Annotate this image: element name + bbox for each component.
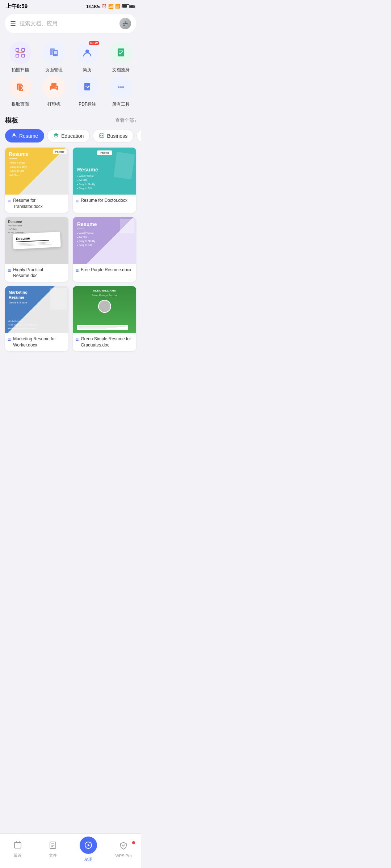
search-bar[interactable]: ☰ 搜索文档、应用 💤 — [5, 14, 136, 33]
alltools-icon-circle — [110, 76, 132, 98]
template-card-3[interactable]: Resume Resume • Word Format• AA Size• Ea… — [5, 217, 68, 282]
slim-label: 文档瘦身 — [112, 67, 130, 73]
tab-resume[interactable]: Resume — [5, 129, 44, 142]
tool-extract[interactable]: 提取页面 — [5, 76, 36, 107]
avatar-icon: 💤 — [122, 21, 129, 26]
svg-rect-32 — [102, 135, 103, 136]
thumb-1: Resume • Word Format• Easy to Modify• Ea… — [5, 148, 68, 195]
slim-icon-circle — [110, 42, 132, 64]
thumb-3: Resume Resume • Word Format• AA Size• Ea… — [5, 217, 68, 264]
tool-slim[interactable]: 文档瘦身 — [106, 42, 136, 73]
status-time: 上午8:59 — [6, 3, 28, 10]
template-card-6[interactable]: ALEX WILLIAMS Senior Manager Account ≡ G… — [73, 286, 136, 351]
thumb-5: MarketingResume Gentle & Simple • Fully … — [5, 286, 68, 333]
thumb-4: Resume • Word Format• AA Size• Easy to M… — [73, 217, 136, 264]
doc-icon-3: ≡ — [8, 267, 11, 275]
network-speed: 18.1K/s — [86, 4, 100, 9]
battery-level: 65 — [131, 4, 135, 9]
template-name-2: ≡ Resume for Doctor.docx — [73, 195, 136, 208]
svg-point-24 — [120, 86, 122, 88]
chevron-right-icon: › — [135, 118, 136, 123]
svg-rect-2 — [16, 54, 19, 57]
status-right: 18.1K/s ⏰ 📶 📶 65 — [86, 4, 135, 9]
doc-icon-1: ≡ — [8, 198, 11, 205]
template-name-3: ≡ Highly Practical Resume.doc — [5, 264, 68, 282]
template-card-2[interactable]: Palette Resume • Word Format• AA Size• E… — [73, 148, 136, 213]
tools-grid: 拍照扫描 页面管理 NEW 简历 — [0, 39, 141, 113]
thumb-6: ALEX WILLIAMS Senior Manager Account — [73, 286, 136, 333]
education-tab-icon — [53, 132, 59, 139]
search-placeholder[interactable]: 搜索文档、应用 — [20, 20, 116, 27]
avatar[interactable]: 💤 — [119, 18, 131, 29]
template-tabs: Resume Education Business — [0, 129, 141, 148]
signal-icon: 📶 — [108, 4, 114, 9]
resume-icon-circle: NEW — [76, 42, 98, 64]
print-icon-circle — [43, 76, 65, 98]
menu-icon[interactable]: ☰ — [10, 20, 16, 27]
svg-rect-6 — [53, 50, 58, 56]
template-name-6: ≡ Green Simple Resume for Graduates.doc — [73, 333, 136, 351]
svg-marker-27 — [54, 133, 59, 136]
tab-education[interactable]: Education — [47, 129, 90, 142]
resume-label: 简历 — [83, 67, 92, 73]
template-name-5: ≡ Marketing Resume for Worker.docx — [5, 333, 68, 351]
tool-pagemanage[interactable]: 页面管理 — [39, 42, 70, 73]
svg-rect-28 — [100, 134, 104, 137]
scan-label: 拍照扫描 — [12, 67, 29, 73]
thumb-2: Palette Resume • Word Format• AA Size• E… — [73, 148, 136, 195]
template-name-4: ≡ Free Purple Resume.docx — [73, 264, 136, 277]
battery-icon — [122, 4, 130, 8]
extract-icon-circle — [9, 76, 31, 98]
view-all-link[interactable]: 查看全部 › — [115, 117, 136, 124]
svg-rect-0 — [16, 48, 19, 51]
tool-scan[interactable]: 拍照扫描 — [5, 42, 36, 73]
doc-icon-5: ≡ — [8, 336, 11, 344]
tool-alltools[interactable]: 所有工具 — [106, 76, 136, 107]
doc-icon-2: ≡ — [76, 198, 79, 205]
tab-education-label: Education — [61, 133, 84, 139]
alarm-icon: ⏰ — [102, 4, 107, 9]
wifi-icon: 📶 — [115, 4, 120, 9]
svg-rect-31 — [100, 135, 101, 136]
svg-point-25 — [122, 86, 124, 88]
templates-section-header: 模板 查看全部 › — [0, 113, 141, 129]
svg-rect-1 — [22, 48, 25, 51]
tool-print[interactable]: 打印机 — [39, 76, 70, 107]
tab-resume-label: Resume — [19, 133, 38, 139]
template-card-1[interactable]: Resume • Word Format• Easy to Modify• Ea… — [5, 148, 68, 213]
tool-resume[interactable]: NEW 简历 — [72, 42, 103, 73]
extract-label: 提取页面 — [12, 101, 29, 107]
templates-grid: Resume • Word Format• Easy to Modify• Ea… — [0, 148, 141, 380]
new-badge: NEW — [89, 41, 99, 45]
tab-business[interactable]: Business — [93, 129, 134, 142]
svg-rect-4 — [22, 54, 25, 57]
svg-point-23 — [118, 86, 119, 88]
templates-title: 模板 — [5, 116, 18, 125]
status-bar: 上午8:59 18.1K/s ⏰ 📶 📶 65 — [0, 0, 141, 11]
svg-rect-20 — [84, 83, 90, 90]
pagemanage-icon-circle — [43, 42, 65, 64]
resume-tab-icon — [11, 132, 17, 139]
svg-point-19 — [55, 87, 56, 88]
svg-rect-18 — [51, 89, 56, 91]
tab-letter[interactable]: Letter — [136, 129, 141, 142]
template-name-1: ≡ Resume for Translator.docx — [5, 195, 68, 213]
template-card-5[interactable]: MarketingResume Gentle & Simple • Fully … — [5, 286, 68, 351]
tool-pdfnote[interactable]: PDF标注 — [72, 76, 103, 107]
alltools-label: 所有工具 — [112, 101, 130, 107]
template-card-4[interactable]: Resume • Word Format• AA Size• Easy to M… — [73, 217, 136, 282]
pdfnote-icon-circle — [76, 76, 98, 98]
business-tab-icon — [99, 132, 105, 139]
doc-icon-4: ≡ — [76, 267, 79, 275]
tab-business-label: Business — [107, 133, 127, 139]
print-label: 打印机 — [47, 101, 60, 107]
scan-icon-circle — [9, 42, 31, 64]
pagemanage-label: 页面管理 — [45, 67, 63, 73]
pdfnote-label: PDF标注 — [79, 101, 96, 107]
doc-icon-6: ≡ — [76, 336, 79, 344]
